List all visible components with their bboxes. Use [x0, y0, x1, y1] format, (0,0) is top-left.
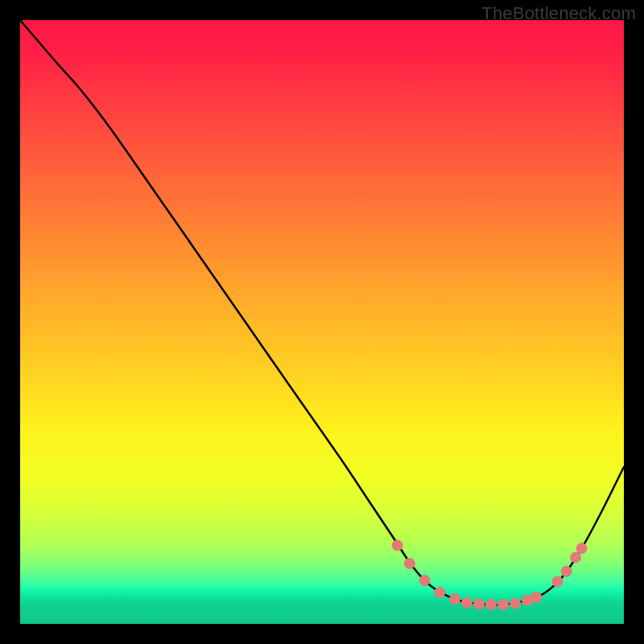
curve-layer — [20, 20, 624, 624]
data-marker — [510, 598, 521, 609]
data-marker — [486, 600, 497, 610]
marker-group — [392, 540, 587, 610]
data-marker — [561, 566, 572, 576]
plot-frame — [20, 20, 624, 624]
data-marker — [474, 599, 485, 609]
chart-stage: { "watermark": "TheBottleneck.com", "col… — [0, 0, 644, 644]
data-marker — [392, 540, 402, 551]
plot-area — [20, 20, 624, 624]
data-marker — [404, 559, 415, 569]
data-marker — [435, 588, 445, 598]
data-marker — [419, 576, 430, 586]
data-marker — [576, 543, 587, 554]
data-marker — [552, 576, 563, 587]
main-curve — [20, 20, 624, 605]
data-marker — [462, 597, 473, 608]
data-marker — [571, 552, 581, 563]
data-marker — [450, 594, 460, 605]
data-marker — [531, 592, 542, 603]
data-marker — [498, 600, 509, 610]
